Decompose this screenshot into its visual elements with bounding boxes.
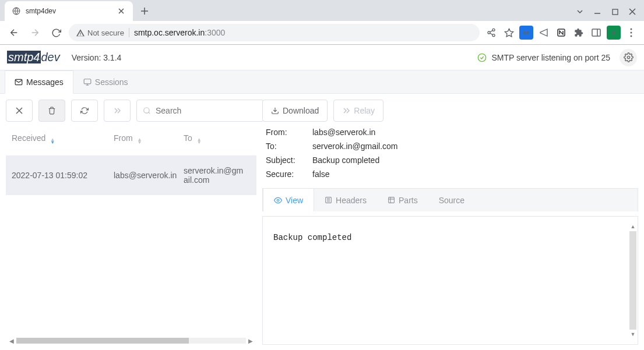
new-tab-button[interactable] <box>136 3 153 19</box>
share-icon[interactable] <box>484 26 498 40</box>
tab-sessions[interactable]: Sessions <box>73 70 138 93</box>
divider <box>129 28 129 37</box>
secure-value: false <box>312 169 635 179</box>
download-icon <box>271 107 279 115</box>
eye-icon <box>274 196 282 204</box>
view-tab-source[interactable]: Source <box>428 189 475 211</box>
relay-list-button[interactable] <box>104 100 131 122</box>
monitor-icon <box>83 78 92 86</box>
scroll-track[interactable] <box>16 338 246 344</box>
search-field[interactable] <box>156 106 258 115</box>
message-list-pane: Received ▲▼ From ▲▼ To ▲▼ 2022-07-13 01:… <box>6 100 256 345</box>
mail-icon <box>15 78 23 86</box>
from-label: From: <box>266 128 308 137</box>
column-to[interactable]: To ▲▼ <box>184 133 251 144</box>
secure-label: Secure: <box>266 169 308 179</box>
svg-rect-1 <box>613 9 618 15</box>
tab-messages[interactable]: Messages <box>5 70 73 94</box>
scroll-up-icon[interactable]: ▲ <box>631 224 636 229</box>
refresh-button[interactable] <box>71 100 98 122</box>
list-toolbar <box>6 100 256 122</box>
scroll-left-icon[interactable]: ◀ <box>9 338 14 344</box>
close-icon[interactable] <box>625 5 639 19</box>
body-text: Backup completed <box>263 217 638 259</box>
scroll-thumb[interactable] <box>16 338 189 344</box>
extension-notion-icon[interactable] <box>554 26 568 40</box>
scroll-down-icon[interactable]: ▼ <box>631 331 636 337</box>
message-body: Backup completed ▲ ▼ <box>262 216 638 345</box>
extension-megaphone-icon[interactable] <box>537 26 551 40</box>
app-tabs: Messages Sessions <box>0 70 644 94</box>
column-from[interactable]: From ▲▼ <box>114 133 184 144</box>
view-tabs: View Headers Parts Source <box>262 188 638 211</box>
svg-point-4 <box>492 34 495 37</box>
svg-point-2 <box>492 29 495 31</box>
extension-on[interactable]: on <box>519 26 533 40</box>
relay-label: Relay <box>354 106 375 115</box>
table-header: Received ▲▼ From ▲▼ To ▲▼ <box>6 126 256 151</box>
sort-icon: ▲▼ <box>138 138 142 144</box>
detail-toolbar: Download Relay <box>262 100 638 122</box>
scroll-right-icon[interactable]: ▶ <box>248 338 253 344</box>
kebab-menu-icon[interactable] <box>624 26 638 40</box>
column-received[interactable]: Received ▲▼ <box>12 133 114 144</box>
sort-icon: ▲▼ <box>197 138 202 144</box>
forward-button[interactable] <box>27 24 43 41</box>
address-bar[interactable]: Not secure smtp.oc.serverok.in:3000 <box>69 24 480 41</box>
url-text: smtp.oc.serverok.in:3000 <box>134 28 225 37</box>
sidepanel-icon[interactable] <box>589 26 603 40</box>
relay-icon <box>342 107 350 114</box>
browser-chrome: smtp4dev Not secure smtp.oc.serverok.i <box>0 0 644 45</box>
clear-button[interactable] <box>6 100 33 122</box>
bookmark-icon[interactable] <box>502 26 516 40</box>
cell-from: labs@serverok.in <box>114 171 184 180</box>
to-label: To: <box>266 142 308 151</box>
svg-point-10 <box>478 54 486 61</box>
checkmark-icon <box>477 53 487 62</box>
server-status: SMTP server listening on port 25 <box>477 49 637 66</box>
download-button[interactable]: Download <box>262 100 328 122</box>
tab-messages-label: Messages <box>26 77 64 87</box>
svg-rect-13 <box>84 79 91 83</box>
subject-value: Backup completed <box>312 155 635 165</box>
tab-strip: smtp4dev <box>0 0 644 21</box>
extension-green[interactable]: s <box>607 26 621 40</box>
svg-point-11 <box>627 56 629 58</box>
scroll-track[interactable] <box>629 231 636 330</box>
window-controls <box>573 5 639 19</box>
back-button[interactable] <box>6 24 22 41</box>
maximize-icon[interactable] <box>608 5 622 19</box>
view-tab-parts[interactable]: Parts <box>377 189 428 211</box>
svg-point-14 <box>144 108 149 113</box>
relay-button[interactable]: Relay <box>333 100 383 122</box>
toolbar-right: on s <box>484 26 638 40</box>
extensions-icon[interactable] <box>572 26 586 40</box>
search-input[interactable] <box>136 100 264 122</box>
minimize-icon[interactable] <box>590 5 604 19</box>
view-tab-view[interactable]: View <box>263 188 314 211</box>
search-icon <box>143 107 151 115</box>
svg-point-8 <box>631 32 632 34</box>
cell-received: 2022-07-13 01:59:02 <box>12 171 114 180</box>
vertical-scrollbar[interactable]: ▲ ▼ <box>629 224 636 337</box>
reload-button[interactable] <box>48 24 64 41</box>
svg-point-15 <box>277 199 279 201</box>
browser-tab[interactable]: smtp4dev <box>5 1 133 21</box>
message-detail-pane: Download Relay From: labs@serverok.in To… <box>262 100 638 345</box>
tab-sessions-label: Sessions <box>95 77 128 87</box>
delete-button[interactable] <box>38 100 65 122</box>
from-value: labs@serverok.in <box>312 128 635 137</box>
view-tab-headers[interactable]: Headers <box>314 189 377 211</box>
app-header: smtp4dev Version: 3.1.4 SMTP server list… <box>0 45 644 70</box>
to-value: serverok.in@gmail.com <box>312 142 635 151</box>
table-row[interactable]: 2022-07-13 01:59:02 labs@serverok.in ser… <box>6 155 256 195</box>
dropdown-icon[interactable] <box>573 5 587 19</box>
horizontal-scrollbar[interactable]: ◀ ▶ <box>6 337 256 345</box>
svg-point-9 <box>631 36 632 37</box>
status-text: SMTP server listening on port 25 <box>491 53 610 62</box>
svg-rect-17 <box>389 197 395 203</box>
main-content: Received ▲▼ From ▲▼ To ▲▼ 2022-07-13 01:… <box>0 94 644 350</box>
not-secure-indicator[interactable]: Not secure <box>76 29 124 37</box>
settings-button[interactable] <box>620 49 637 66</box>
tab-close-icon[interactable] <box>117 6 126 16</box>
